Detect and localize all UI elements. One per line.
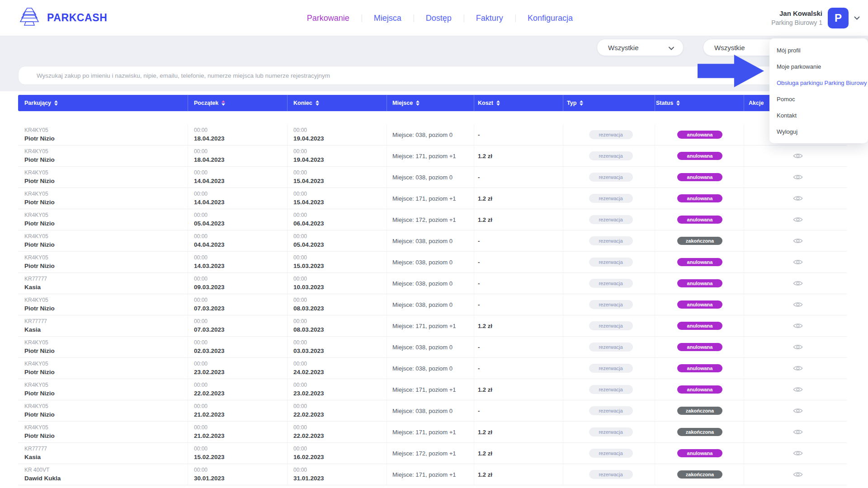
table-row[interactable]: KR4KY05 Piotr Nizio 00:00 23.02.2023 00:…	[18, 358, 847, 379]
eye-icon[interactable]	[793, 365, 803, 372]
eye-icon[interactable]	[793, 216, 803, 223]
driver-name: Dawid Kukla	[24, 474, 188, 483]
vehicle-plate: KR4KY05	[24, 381, 188, 389]
table-row[interactable]: KR4KY05 Piotr Nizio 00:00 05.04.2023 00:…	[18, 209, 847, 230]
cell-koszt: 1.2 zł	[474, 315, 563, 336]
avatar[interactable]: P	[828, 8, 849, 28]
start-date: 15.02.2023	[194, 453, 287, 462]
cell-parkujacy: KR4KY05 Piotr Nizio	[18, 422, 188, 442]
end-date: 23.02.2023	[293, 389, 387, 398]
table-row[interactable]: KR77777 Kasia 00:00 15.02.2023 00:00 16.…	[18, 443, 847, 464]
column-header[interactable]: Początek	[188, 95, 287, 111]
column-header[interactable]: Status	[655, 95, 744, 111]
eye-icon[interactable]	[793, 322, 803, 329]
eye-icon[interactable]	[793, 407, 803, 414]
sort-icon[interactable]	[496, 100, 500, 106]
menu-item[interactable]: Mój profil	[769, 42, 868, 58]
table-row[interactable]: KR4KY05 Piotr Nizio 00:00 22.02.2023 00:…	[18, 379, 847, 400]
sort-icon[interactable]	[676, 100, 680, 106]
eye-icon[interactable]	[793, 280, 803, 287]
cell-status: zakończona	[655, 464, 744, 485]
menu-item[interactable]: Wyloguj	[769, 123, 868, 140]
cell-status: anulowana	[655, 252, 744, 272]
vehicle-plate: KR77777	[24, 275, 188, 283]
table-row[interactable]: KR4KY05 Piotr Nizio 00:00 21.02.2023 00:…	[18, 422, 847, 443]
eye-icon[interactable]	[793, 195, 803, 202]
column-header[interactable]: Miejsce	[387, 95, 474, 111]
cell-miejsce: Miejsce: 038, poziom 0	[387, 167, 474, 188]
table-row[interactable]: KR 400VT Dawid Kukla 00:00 30.01.2023 00…	[18, 464, 847, 485]
start-date: 30.01.2023	[194, 474, 287, 483]
cell-poczatek: 00:00 09.03.2023	[188, 273, 287, 294]
eye-icon[interactable]	[793, 343, 803, 351]
cell-status: anulowana	[655, 124, 744, 145]
table-row[interactable]: KR4KY05 Piotr Nizio 00:00 18.04.2023 00:…	[18, 124, 847, 145]
start-time: 00:00	[194, 318, 287, 325]
brand-logo[interactable]: PARKCASH	[18, 7, 107, 29]
start-time: 00:00	[194, 211, 287, 219]
start-date: 07.03.2023	[194, 304, 287, 313]
sort-icon[interactable]	[580, 100, 583, 106]
sort-icon[interactable]	[316, 100, 319, 106]
sort-icon[interactable]	[416, 100, 420, 106]
parking-spot: Miejsce: 038, poziom 0	[392, 301, 474, 308]
column-header[interactable]: Parkujący	[18, 95, 188, 111]
cell-poczatek: 00:00 04.04.2023	[188, 230, 287, 251]
table-row[interactable]: KR4KY05 Piotr Nizio 00:00 18.04.2023 00:…	[18, 145, 847, 167]
nav-item-miejsca[interactable]: Miejsca	[362, 14, 414, 23]
eye-icon[interactable]	[793, 386, 803, 393]
column-header[interactable]: Koszt	[474, 95, 563, 111]
table-row[interactable]: KR77777 Kasia 00:00 09.03.2023 00:00 10.…	[18, 273, 847, 294]
menu-item[interactable]: Obsługa parkingu Parking Biurowy 1	[769, 75, 868, 91]
user-menu-trigger[interactable]: Jan Kowalski Parking Biurowy 1 P	[771, 0, 860, 36]
cell-koniec: 00:00 19.04.2023	[287, 145, 387, 166]
table-body: KR4KY05 Piotr Nizio 00:00 18.04.2023 00:…	[18, 111, 847, 485]
eye-icon[interactable]	[793, 237, 803, 244]
table-row[interactable]: KR4KY05 Piotr Nizio 00:00 21.02.2023 00:…	[18, 400, 847, 422]
cell-typ: rezerwacja	[563, 358, 655, 379]
column-header[interactable]: Koniec	[287, 95, 387, 111]
table-row[interactable]: KR4KY05 Piotr Nizio 00:00 07.03.2023 00:…	[18, 294, 847, 315]
cell-typ: rezerwacja	[563, 337, 655, 357]
sort-icon[interactable]	[222, 100, 225, 106]
cell-miejsce: Miejsce: 038, poziom 0	[387, 252, 474, 272]
eye-icon[interactable]	[793, 258, 803, 266]
menu-item[interactable]: Pomoc	[769, 91, 868, 107]
table-row[interactable]: KR4KY05 Piotr Nizio 00:00 14.04.2023 00:…	[18, 167, 847, 188]
start-date: 14.04.2023	[194, 177, 287, 186]
cell-koniec: 00:00 15.03.2023	[287, 252, 387, 272]
cell-poczatek: 00:00 18.04.2023	[188, 124, 287, 145]
driver-name: Piotr Nizio	[24, 389, 188, 398]
cell-parkujacy: KR4KY05 Piotr Nizio	[18, 400, 188, 421]
eye-icon[interactable]	[793, 428, 803, 436]
table-row[interactable]: KR77777 Kasia 00:00 07.03.2023 00:00 08.…	[18, 315, 847, 337]
eye-icon[interactable]	[793, 174, 803, 181]
eye-icon[interactable]	[793, 152, 803, 160]
cell-akcje	[744, 252, 847, 272]
nav-item-faktury[interactable]: Faktury	[464, 14, 515, 23]
cell-parkujacy: KR 400VT Dawid Kukla	[18, 464, 188, 485]
chevron-down-icon[interactable]	[854, 16, 860, 20]
cell-typ: rezerwacja	[563, 167, 655, 188]
column-header[interactable]: Typ	[563, 95, 655, 111]
cell-akcje	[744, 337, 847, 357]
nav-item-parkowanie[interactable]: Parkowanie	[295, 14, 362, 23]
status-badge: anulowana	[677, 322, 722, 330]
eye-icon[interactable]	[793, 471, 803, 478]
table-row[interactable]: KR4KY05 Piotr Nizio 00:00 14.03.2023 00:…	[18, 252, 847, 273]
eye-icon[interactable]	[793, 301, 803, 308]
cell-akcje	[744, 315, 847, 336]
menu-item[interactable]: Moje parkowanie	[769, 58, 868, 75]
table-row[interactable]: KR4KY05 Piotr Nizio 00:00 14.04.2023 00:…	[18, 188, 847, 209]
menu-item[interactable]: Kontakt	[769, 107, 868, 123]
cell-koszt: 1.2 zł	[474, 145, 563, 166]
table-row[interactable]: KR4KY05 Piotr Nizio 00:00 02.03.2023 00:…	[18, 337, 847, 358]
table-row[interactable]: KR4KY05 Piotr Nizio 00:00 04.04.2023 00:…	[18, 230, 847, 252]
cell-parkujacy: KR4KY05 Piotr Nizio	[18, 337, 188, 357]
sort-icon[interactable]	[54, 100, 58, 106]
filter-select-1[interactable]: Wszystkie	[597, 39, 684, 56]
eye-icon[interactable]	[793, 450, 803, 457]
end-time: 00:00	[293, 254, 387, 262]
nav-item-konfiguracja[interactable]: Konfiguracja	[515, 14, 585, 23]
nav-item-dostęp[interactable]: Dostęp	[414, 14, 464, 23]
